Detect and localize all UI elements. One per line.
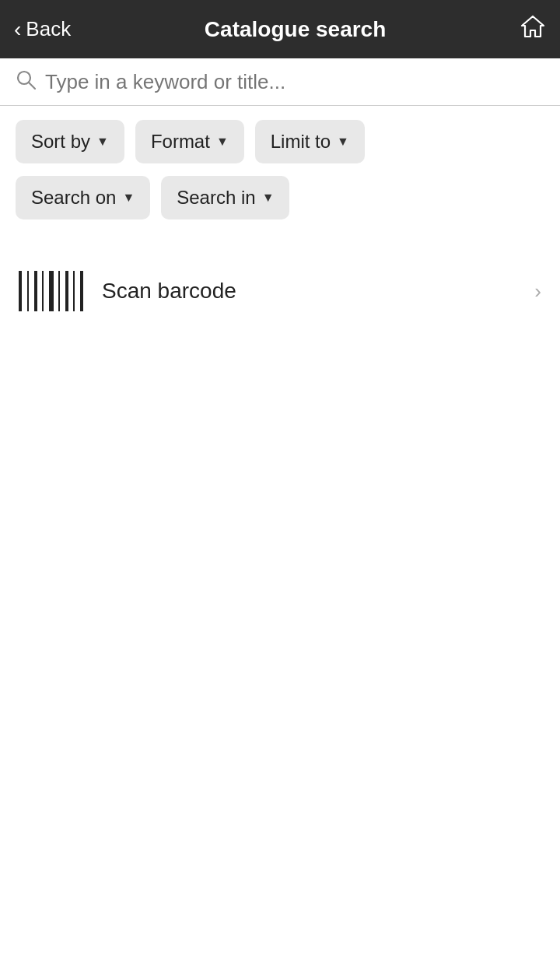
scan-barcode-label: Scan barcode bbox=[102, 279, 516, 304]
search-input[interactable] bbox=[45, 70, 544, 94]
home-icon bbox=[520, 14, 546, 39]
format-button[interactable]: Format ▼ bbox=[135, 120, 244, 163]
search-on-button[interactable]: Search on ▼ bbox=[16, 176, 150, 219]
svg-line-1 bbox=[29, 83, 35, 89]
search-on-label: Search on bbox=[31, 187, 116, 209]
search-in-button[interactable]: Search in ▼ bbox=[161, 176, 289, 219]
home-button[interactable] bbox=[520, 14, 546, 44]
sort-by-button[interactable]: Sort by ▼ bbox=[16, 120, 124, 163]
search-in-dropdown-icon: ▼ bbox=[262, 191, 275, 205]
search-icon bbox=[16, 69, 36, 94]
sort-by-dropdown-icon: ▼ bbox=[96, 135, 109, 149]
search-on-dropdown-icon: ▼ bbox=[122, 191, 135, 205]
limit-to-button[interactable]: Limit to ▼ bbox=[255, 120, 365, 163]
chevron-right-icon: › bbox=[534, 279, 541, 304]
format-label: Format bbox=[151, 131, 210, 153]
sort-by-label: Sort by bbox=[31, 131, 90, 153]
search-in-label: Search in bbox=[177, 187, 255, 209]
filter-row-2: Search on ▼ Search in ▼ bbox=[0, 170, 560, 233]
barcode-icon bbox=[19, 271, 83, 311]
scan-barcode-row[interactable]: Scan barcode › bbox=[0, 249, 560, 333]
back-chevron-icon: ‹ bbox=[14, 19, 21, 40]
limit-to-dropdown-icon: ▼ bbox=[337, 135, 349, 149]
search-bar bbox=[0, 58, 560, 106]
page-title: Catalogue search bbox=[71, 17, 520, 42]
format-dropdown-icon: ▼ bbox=[216, 135, 229, 149]
back-label: Back bbox=[26, 17, 71, 41]
back-button[interactable]: ‹ Back bbox=[14, 17, 71, 41]
app-header: ‹ Back Catalogue search bbox=[0, 0, 560, 58]
limit-to-label: Limit to bbox=[271, 131, 331, 153]
filter-row-1: Sort by ▼ Format ▼ Limit to ▼ bbox=[0, 106, 560, 170]
